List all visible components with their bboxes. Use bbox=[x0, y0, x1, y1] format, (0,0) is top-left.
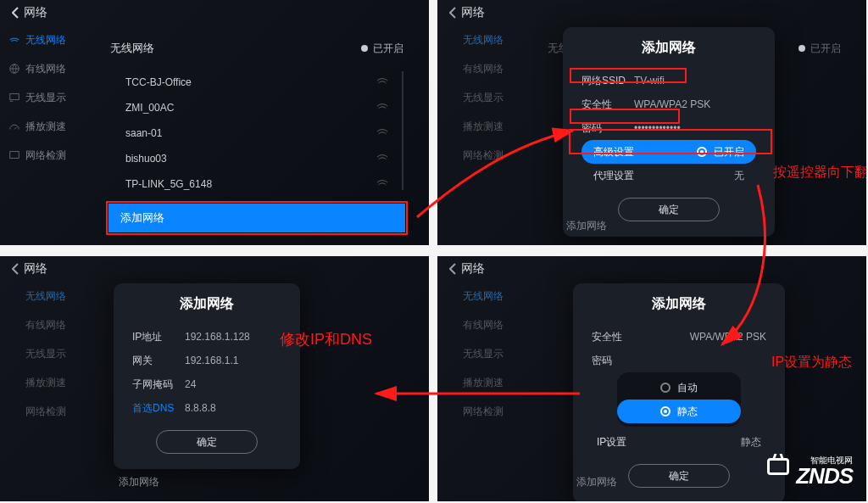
back-label: 网络 bbox=[461, 5, 485, 20]
sidebar: 无线网络 有线网络 无线显示 播放测速 网络检测 bbox=[0, 282, 81, 426]
mask-row[interactable]: 子网掩码24 bbox=[132, 372, 281, 396]
ip-static-option[interactable]: 静态 bbox=[617, 400, 741, 423]
annotation-text: 修改IP和DNS bbox=[280, 329, 372, 349]
arrow-1 bbox=[412, 127, 581, 229]
wifi-signal-icon bbox=[376, 77, 388, 87]
wifi-row[interactable]: saan-01 bbox=[112, 120, 397, 146]
globe-icon bbox=[446, 319, 458, 331]
add-network-label[interactable]: 添加网络 bbox=[576, 475, 617, 489]
ip-auto-option[interactable]: 自动 bbox=[617, 376, 741, 400]
cast-icon bbox=[8, 348, 20, 360]
sidebar: 无线网络 有线网络 无线显示 播放测速 网络检测 bbox=[437, 282, 519, 426]
confirm-button[interactable]: 确定 bbox=[628, 464, 730, 488]
sidebar-item-display[interactable]: 无线显示 bbox=[0, 83, 81, 112]
wifi-list: TCC-BJ-Office ZMI_00AC saan-01 bishuo03 … bbox=[112, 70, 397, 197]
chevron-left-icon bbox=[12, 263, 19, 275]
arrow-3 bbox=[371, 385, 583, 402]
sidebar-item-detect[interactable]: 网络检测 bbox=[0, 141, 81, 170]
wifi-signal-icon bbox=[376, 154, 388, 164]
radio-icon bbox=[660, 406, 670, 416]
sidebar-item-wired[interactable]: 有线网络 bbox=[0, 54, 81, 83]
annotation-box bbox=[106, 201, 408, 235]
confirm-button[interactable]: 确定 bbox=[618, 198, 720, 221]
sidebar-item-wired[interactable]: 有线网络 bbox=[437, 310, 519, 339]
cast-icon bbox=[446, 92, 458, 103]
wifi-heading: 无线网络 bbox=[110, 41, 154, 56]
sidebar-item-speed[interactable]: 播放测速 bbox=[0, 112, 81, 141]
sidebar-item-label: 播放测速 bbox=[25, 120, 66, 134]
sidebar-item-wired[interactable]: 有线网络 bbox=[437, 54, 519, 83]
screen-icon bbox=[8, 405, 20, 417]
back-header[interactable]: 网络 bbox=[437, 0, 866, 25]
wifi-signal-icon bbox=[376, 128, 388, 138]
modal-title: 添加网络 bbox=[581, 39, 756, 57]
add-network-label[interactable]: 添加网络 bbox=[119, 475, 159, 489]
wifi-icon bbox=[8, 34, 20, 46]
wifi-toggle[interactable]: 已开启 bbox=[798, 42, 841, 56]
annotation-text: 按遥控器向下翻 bbox=[773, 164, 866, 182]
sidebar-item-wireless[interactable]: 无线网络 bbox=[437, 25, 519, 54]
sidebar-item-wired[interactable]: 有线网络 bbox=[0, 310, 81, 339]
back-label: 网络 bbox=[461, 261, 485, 277]
dns-row[interactable]: 首选DNS8.8.8.8 bbox=[132, 396, 281, 420]
globe-icon bbox=[8, 319, 20, 331]
annotation-box bbox=[570, 68, 687, 83]
back-header[interactable]: 网络 bbox=[0, 0, 429, 25]
wifi-icon bbox=[446, 290, 458, 302]
wifi-toggle[interactable]: 已开启 bbox=[361, 42, 403, 56]
screen-icon bbox=[446, 405, 458, 417]
arrow-2 bbox=[714, 182, 773, 351]
sidebar-item-display[interactable]: 无线显示 bbox=[0, 339, 81, 368]
panel-top-left: 网络 无线网络 有线网络 无线显示 播放测速 网络检测 无线网络 已开启 TCC… bbox=[0, 0, 429, 245]
add-network-modal: 添加网络 IP地址192.168.1.128 网关192.168.1.1 子网掩… bbox=[114, 283, 300, 469]
svg-rect-1 bbox=[10, 94, 19, 100]
modal-title: 添加网络 bbox=[132, 295, 281, 313]
watermark-logo: 智能电视网 ZNDS bbox=[796, 455, 853, 489]
ip-row[interactable]: IP地址192.168.1.128 bbox=[132, 325, 281, 349]
sidebar: 无线网络 有线网络 无线显示 播放测速 网络检测 bbox=[0, 25, 81, 170]
radio-icon bbox=[660, 383, 670, 393]
password-row[interactable]: 密码 bbox=[592, 349, 766, 372]
wifi-row[interactable]: TP-LINK_5G_6148 bbox=[112, 171, 397, 197]
back-header[interactable]: 网络 bbox=[437, 256, 866, 282]
chevron-left-icon bbox=[449, 7, 456, 19]
cast-icon bbox=[446, 348, 458, 360]
wifi-row[interactable]: TCC-BJ-Office bbox=[112, 70, 397, 95]
panel-bottom-left: 网络 无线网络 有线网络 无线显示 播放测速 网络检测 添加网络 IP地址192… bbox=[0, 256, 429, 501]
scrollbar[interactable] bbox=[402, 71, 403, 190]
sidebar-item-wireless[interactable]: 无线网络 bbox=[0, 282, 81, 310]
wifi-header: 无线网络 已开启 bbox=[110, 41, 403, 56]
globe-icon bbox=[8, 63, 20, 75]
ip-setting-row[interactable]: IP设置静态 bbox=[592, 430, 766, 454]
wifi-icon bbox=[8, 290, 20, 302]
back-label: 网络 bbox=[24, 261, 47, 277]
wifi-signal-icon bbox=[376, 103, 388, 113]
gateway-row[interactable]: 网关192.168.1.1 bbox=[132, 349, 281, 372]
gauge-icon bbox=[8, 377, 20, 388]
svg-rect-2 bbox=[10, 152, 19, 159]
annotation-text: IP设置为静态 bbox=[771, 354, 852, 372]
wifi-row[interactable]: ZMI_00AC bbox=[112, 95, 397, 120]
globe-icon bbox=[446, 63, 458, 75]
cast-icon bbox=[8, 92, 20, 103]
chevron-left-icon bbox=[12, 7, 19, 19]
tv-icon bbox=[767, 458, 789, 475]
sidebar-item-display[interactable]: 无线显示 bbox=[437, 83, 519, 112]
confirm-button[interactable]: 确定 bbox=[156, 430, 258, 454]
wifi-row[interactable]: bishuo03 bbox=[112, 146, 397, 171]
sidebar-item-speed[interactable]: 播放测速 bbox=[0, 368, 81, 397]
sidebar-item-wireless[interactable]: 无线网络 bbox=[0, 25, 81, 54]
sidebar-item-detect[interactable]: 网络检测 bbox=[0, 397, 81, 426]
sidebar-item-label: 网络检测 bbox=[25, 148, 66, 163]
annotation-box bbox=[570, 109, 680, 124]
back-header[interactable]: 网络 bbox=[0, 256, 429, 282]
sidebar-item-wireless[interactable]: 无线网络 bbox=[437, 282, 519, 310]
chevron-left-icon bbox=[449, 263, 456, 275]
sidebar-item-display[interactable]: 无线显示 bbox=[437, 339, 519, 368]
back-label: 网络 bbox=[24, 5, 47, 20]
screen-icon bbox=[8, 149, 20, 161]
gauge-icon bbox=[8, 120, 20, 132]
sidebar-item-label: 无线网络 bbox=[25, 33, 66, 48]
wifi-signal-icon bbox=[376, 179, 388, 189]
wifi-icon bbox=[446, 34, 458, 46]
